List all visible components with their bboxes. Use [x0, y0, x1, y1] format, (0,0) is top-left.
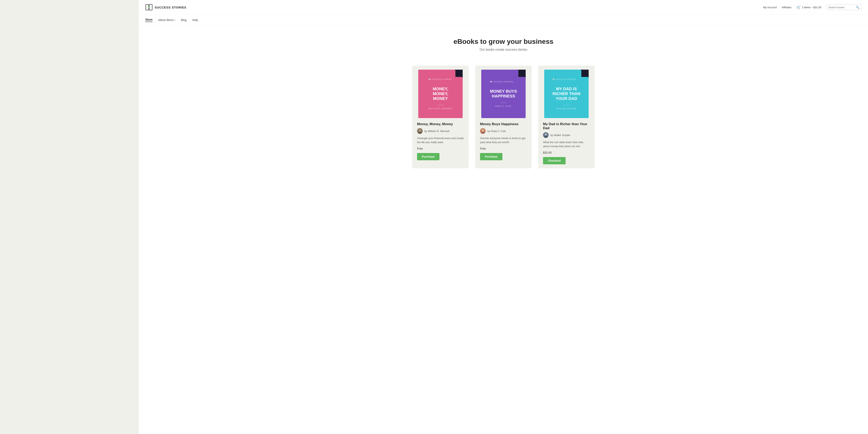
book-title-cover-1: MONEY,MONEY,MONEY: [428, 86, 453, 101]
book-cover-wrapper-1[interactable]: 📖 SUCCESS STORIES MONEY,MONEY,MONEY WILL…: [418, 70, 463, 118]
author-avatar-2: [480, 128, 486, 134]
book-author-cover-2: RUBY F. COLE: [490, 105, 517, 107]
purchase-button-2[interactable]: Purchase: [480, 153, 502, 160]
logo-text: SUCCESS STORIES: [155, 6, 186, 9]
purchase-button-1[interactable]: Purchase: [417, 153, 439, 160]
svg-point-5: [419, 129, 421, 131]
book-card-2: 📖 SUCCESS STORIES MONEY BUYSHAPPINESS RU…: [475, 66, 532, 168]
book-cover-wrapper-3[interactable]: 📖 SUCCESS STORIES MY DAD ISRICHER THANYO…: [544, 70, 589, 118]
book-author-row-3: by Walter Snyder: [543, 132, 590, 138]
my-account-link[interactable]: My Account: [763, 6, 777, 9]
cart-text: 2 items – $31.50: [802, 6, 822, 9]
book-cover-2: 📖 SUCCESS STORIES MONEY BUYSHAPPINESS RU…: [481, 70, 526, 118]
corner-fold-3: [581, 70, 589, 77]
cart-icon: 🛒: [796, 5, 801, 9]
header-right: My Account Affiliates 🛒 2 items – $31.50…: [763, 4, 862, 10]
search-input[interactable]: [829, 6, 855, 9]
book-cover-inner-1: 📖 SUCCESS STORIES MONEY,MONEY,MONEY WILL…: [428, 78, 453, 110]
book-divider-2: [500, 102, 506, 103]
book-author-cover-3: WALTER SNYDER: [553, 107, 580, 110]
books-grid: 📖 SUCCESS STORIES MONEY,MONEY,MONEY WILL…: [139, 60, 868, 181]
book-cover-3: 📖 SUCCESS STORIES MY DAD ISRICHER THANYO…: [544, 70, 589, 118]
book-price-2: Free: [480, 147, 527, 150]
svg-rect-1: [149, 4, 152, 10]
book-info-2: Money Buys Happiness by Ruby F. Cole Sec…: [479, 122, 528, 160]
corner-fold-1: [456, 70, 463, 77]
book-cover-wrapper-2[interactable]: 📖 SUCCESS STORIES MONEY BUYSHAPPINESS RU…: [481, 70, 526, 118]
book-logo-icon-1: 📖: [428, 78, 431, 80]
book-logo-icon-3: 📖: [553, 78, 555, 80]
svg-point-8: [482, 129, 484, 131]
book-title-cover-2: MONEY BUYSHAPPINESS: [490, 89, 517, 98]
book-title-2: Money Buys Happiness: [480, 122, 527, 126]
search-area: 🔍: [826, 4, 862, 10]
book-author-row-1: by William R. Bennett: [417, 128, 464, 134]
main-content: $ SUCCESS STORIES My Account Affiliates …: [139, 0, 868, 434]
nav-item-store[interactable]: Store: [145, 18, 153, 22]
book-description-2: Secrets everyone needs to know to get pa…: [480, 136, 527, 144]
hero-subtitle: Our books create success stories: [143, 48, 864, 52]
book-card-3: 📖 SUCCESS STORIES MY DAD ISRICHER THANYO…: [538, 66, 595, 168]
author-name-2: by Ruby F. Cole: [487, 130, 506, 133]
author-name-1: by William R. Bennett: [424, 130, 450, 133]
author-name-3: by Walter Snyder: [550, 134, 570, 137]
cart[interactable]: 🛒 2 items – $31.50: [796, 5, 822, 9]
author-avatar-3: [543, 132, 549, 138]
book-title-3: My Dad is Richer than Your Dad: [543, 122, 590, 130]
book-logo-2: 📖 SUCCESS STORIES: [490, 81, 517, 83]
book-price-3: $20.00: [543, 151, 590, 154]
book-title-cover-3: MY DAD ISRICHER THANYOUR DAD: [553, 86, 580, 101]
checkout-button-3[interactable]: Checkout: [543, 157, 566, 164]
hero-title: eBooks to grow your business: [143, 37, 864, 45]
book-logo-1: 📖 SUCCESS STORIES: [428, 78, 453, 80]
search-button[interactable]: 🔍: [856, 6, 859, 9]
book-author-cover-1: WILLIAM R. BENNETT: [428, 107, 453, 110]
book-info-1: Money, Money, Money by William R. Bennet…: [416, 122, 465, 160]
nav-item-help[interactable]: Help: [192, 19, 198, 22]
author-avatar-1: [417, 128, 423, 134]
chevron-down-icon: ▾: [174, 19, 175, 21]
logo[interactable]: $ SUCCESS STORIES: [145, 4, 186, 11]
book-description-3: What the rich dads teach their kids abou…: [543, 140, 590, 148]
corner-fold-2: [518, 70, 526, 77]
book-title-1: Money, Money, Money: [417, 122, 464, 126]
book-cover-inner-2: 📖 SUCCESS STORIES MONEY BUYSHAPPINESS RU…: [490, 81, 517, 107]
svg-point-11: [545, 133, 547, 135]
affiliates-link[interactable]: Affiliates: [782, 6, 792, 9]
svg-rect-0: [146, 4, 149, 10]
hero-section: eBooks to grow your business Our books c…: [139, 25, 868, 60]
book-card-1: 📖 SUCCESS STORIES MONEY,MONEY,MONEY WILL…: [412, 66, 469, 168]
book-description-1: Untangle your financial woes and create …: [417, 136, 464, 144]
book-logo-3: 📖 SUCCESS STORIES: [553, 78, 580, 80]
header: $ SUCCESS STORIES My Account Affiliates …: [139, 0, 868, 15]
book-info-3: My Dad is Richer than Your Dad by Walter…: [542, 122, 591, 164]
book-author-row-2: by Ruby F. Cole: [480, 128, 527, 134]
book-logo-icon-2: 📖: [490, 81, 492, 83]
book-price-1: Free: [417, 147, 464, 150]
nav-item-about[interactable]: About demo ▾: [158, 19, 176, 22]
left-sidebar: [0, 0, 139, 434]
book-cover-inner-3: 📖 SUCCESS STORIES MY DAD ISRICHER THANYO…: [553, 78, 580, 110]
nav-bar: Store About demo ▾ Blog Help: [139, 15, 868, 25]
nav-item-blog[interactable]: Blog: [181, 19, 187, 22]
logo-icon: $: [145, 4, 153, 11]
book-cover-1: 📖 SUCCESS STORIES MONEY,MONEY,MONEY WILL…: [418, 70, 463, 118]
